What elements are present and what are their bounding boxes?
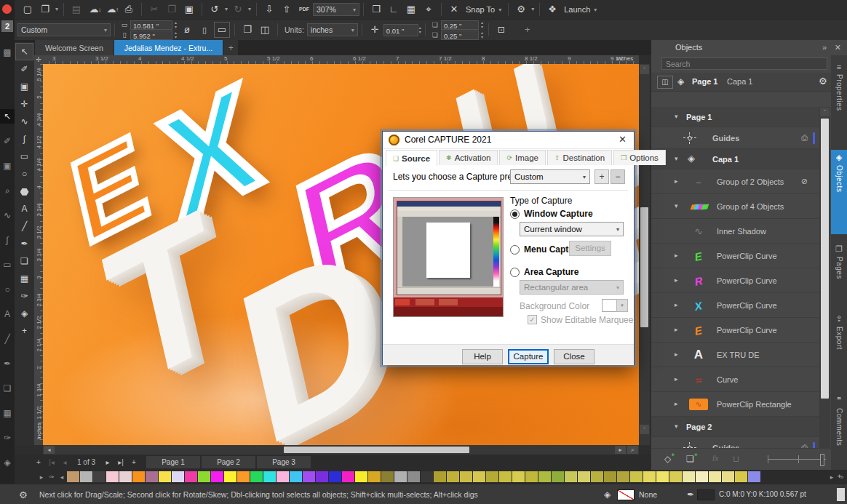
palette-swatch-30[interactable] (460, 471, 472, 482)
panel-scroll-up[interactable]: ˆ (820, 108, 830, 116)
palette-swatch-21[interactable] (342, 471, 354, 482)
vertical-ruler[interactable]: 5 1/454 3/44 1/24 1/443 3/43 1/23 1/432 … (34, 64, 43, 445)
palette-swatch-8[interactable] (172, 471, 184, 482)
launch-dropdown[interactable]: Launch▾ (564, 5, 597, 14)
dock-tab-objects[interactable]: ◈Objects (831, 150, 847, 234)
nudge-field[interactable]: 0.01 " (383, 24, 418, 36)
object-row[interactable]: ▸EPowerClip Curve (651, 244, 819, 268)
palette-swatch-23[interactable] (368, 471, 381, 482)
new-layer-button[interactable]: ◇+ (664, 454, 671, 464)
palette-swatch-17[interactable] (290, 471, 302, 482)
panel-gear-icon[interactable]: ⚙ (819, 76, 827, 87)
close-button[interactable]: Close (554, 349, 595, 364)
cloud-download-button[interactable]: ☁↓ (87, 2, 101, 17)
capture-button[interactable]: Capture (508, 349, 549, 364)
polygon-tool[interactable] (16, 183, 33, 199)
vertical-scrollbar[interactable]: ˆ ˇ (639, 64, 650, 445)
active-layer-row[interactable]: ◫ ◈ Page 1 Capa 1 ⚙ (651, 73, 831, 92)
window-capture-combo[interactable]: Current window ▾ (520, 222, 624, 236)
autofit-page-button[interactable]: ø (180, 23, 194, 37)
paste-button[interactable]: ▣ (182, 2, 196, 17)
window-capture-radio[interactable] (510, 209, 520, 219)
crop-tool[interactable]: ▣ (16, 79, 33, 95)
palette-swatch-37[interactable] (552, 471, 564, 482)
dialog-tab-source[interactable]: ❏Source (386, 150, 437, 166)
object-row[interactable]: ▸∿PowerClip Rectangle (651, 392, 819, 417)
horizontal-scroll-thumb[interactable] (284, 447, 469, 453)
dock-tab-pages[interactable]: ❐Pages (831, 241, 847, 304)
palette-swatch-7[interactable] (159, 471, 171, 482)
palette-swatch-43[interactable] (630, 471, 643, 482)
dialog-tab-activation[interactable]: ✱Activation (439, 150, 498, 165)
menu-capture-radio[interactable] (510, 245, 520, 255)
zoom-level-combo[interactable]: 307%▾ (313, 3, 359, 16)
palette-swatch-22[interactable] (355, 471, 367, 482)
palette-swatch-18[interactable] (303, 471, 315, 482)
palette-swatch-50[interactable] (722, 471, 734, 482)
palette-swatch-13[interactable] (237, 471, 250, 482)
document-tab-1[interactable]: Welcome Screen (35, 40, 114, 55)
palette-swatch-47[interactable] (683, 471, 695, 482)
caret-down-icon[interactable]: ▾ (675, 113, 678, 120)
area-capture-radio[interactable] (510, 268, 520, 277)
palette-swatch-44[interactable] (643, 471, 656, 482)
delete-button[interactable]: ⊔ (733, 454, 739, 464)
show-grid-button[interactable]: ▦ (404, 2, 418, 17)
page-width-spinner[interactable]: ▴▾ (175, 20, 177, 29)
units-combo[interactable]: inches ▾ (307, 23, 358, 36)
options-button[interactable]: ⚙ (514, 2, 528, 17)
page-tab-2[interactable]: Page 2 (202, 456, 255, 468)
palette-swatch-25[interactable] (394, 471, 407, 482)
undo-flyout[interactable]: ▾ (223, 2, 229, 17)
new-tab-button[interactable]: + (223, 40, 238, 55)
palette-swatch-3[interactable] (106, 471, 119, 482)
palette-swatch-26[interactable] (407, 471, 420, 482)
add-page-button-2[interactable]: + (127, 458, 140, 466)
caret-right-icon[interactable]: ▸ (675, 177, 678, 185)
palette-swatch-12[interactable] (224, 471, 236, 482)
palette-swatch-33[interactable] (499, 471, 512, 482)
add-preset-button[interactable]: + (595, 169, 609, 184)
add-page-button[interactable]: + (32, 458, 45, 466)
zoom-corner-button[interactable]: ⌕ (627, 446, 638, 454)
pick-tool[interactable]: ↖ (16, 44, 33, 60)
eyedropper-tool[interactable]: ✑ (16, 288, 33, 304)
guides-row[interactable]: Guides⎙ (651, 127, 819, 149)
landscape-button[interactable]: ▭ (215, 23, 229, 37)
scroll-down-button[interactable]: ˇ (640, 425, 649, 434)
duplicate-y-field[interactable]: 0.25 " (441, 31, 479, 40)
palette-swatch-14[interactable] (250, 471, 263, 482)
palette-swatch-34[interactable] (512, 471, 525, 482)
page-row[interactable]: ▾Page 1 (651, 107, 819, 127)
eye-hidden-icon[interactable]: ⊘ (801, 177, 808, 186)
pan-tool[interactable]: ✛ (16, 96, 33, 112)
palette-swatch-40[interactable] (591, 471, 603, 482)
current-page-button[interactable]: ◫ (258, 23, 272, 37)
horizontal-scrollbar[interactable]: ◂ ▸ ⌕ (43, 445, 639, 455)
capture-preset-combo[interactable]: Custom ▾ (510, 169, 590, 184)
block-shadow-tool[interactable]: ❏ (16, 253, 33, 269)
panel-scroll-thumb[interactable] (821, 119, 829, 399)
cut-button[interactable]: ✂ (147, 2, 162, 17)
open-button[interactable]: ❐ (38, 2, 52, 17)
options-flyout[interactable]: ▾ (530, 2, 536, 17)
horizontal-ruler[interactable]: 33 1/244 1/255 1/266 1/277 1/288 1/299 1… (34, 55, 639, 64)
background-color-dropdown[interactable]: ▾ (616, 299, 628, 312)
object-row[interactable]: ▸–Group of 2 Objects⊘ (651, 169, 819, 194)
pattern-tool[interactable]: ▦ (16, 271, 33, 287)
dialog-tab-image[interactable]: ⟳Image (499, 150, 546, 165)
area-capture-label[interactable]: Area Capture (524, 267, 578, 277)
duplicate-x-spinner[interactable]: ▴▾ (481, 20, 483, 29)
slider-handle[interactable] (820, 454, 824, 466)
page-row[interactable]: ▾Page 2 (651, 417, 819, 437)
snap-to-dropdown[interactable]: Snap To▾ (466, 5, 501, 14)
all-pages-button[interactable]: ❐ (240, 23, 255, 37)
help-button[interactable]: Help (462, 349, 503, 364)
customize-toolbox[interactable]: + (16, 323, 33, 339)
palette-swatch-45[interactable] (656, 471, 669, 482)
show-guidelines-button[interactable]: ⌖ (421, 2, 436, 17)
spiral-tool[interactable]: ∫ (16, 131, 33, 147)
object-row[interactable]: ▸XPowerClip Curve (651, 293, 819, 318)
first-page-button[interactable]: |◂ (45, 458, 58, 466)
caret-right-icon[interactable]: ▸ (675, 276, 678, 284)
